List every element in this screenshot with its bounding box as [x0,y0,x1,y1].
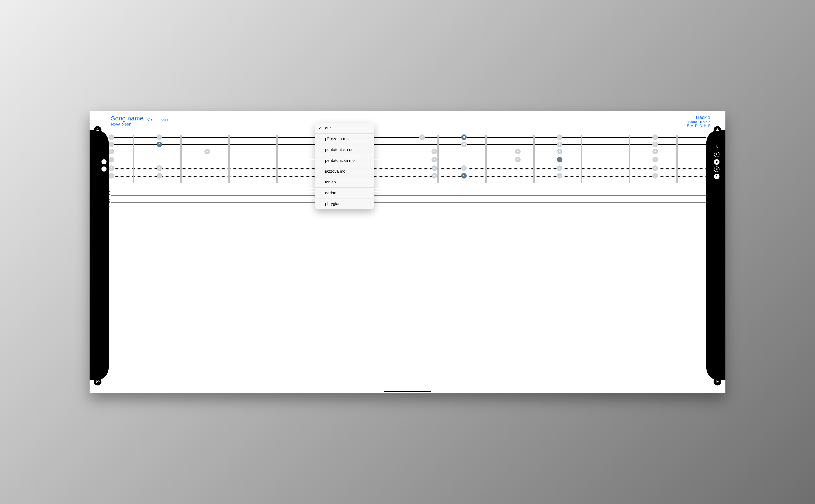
track-name[interactable]: Track 1 [687,115,710,120]
tab-staff[interactable]: E H G D A E [109,188,706,206]
fret-note[interactable]: G [461,142,467,147]
updown-icon: ▴▾ [151,119,152,120]
key-selector[interactable]: C ▴▾ [147,118,152,121]
fret-note[interactable]: F [157,134,162,140]
scale-option-label: přirozená moll [325,137,350,141]
fret-note[interactable]: D [557,134,562,140]
guitar-app: Song name C ▴▾ dur ▴▾ Nová píseň Track 1… [89,111,725,393]
scale-option-label: pentatonická mol [325,158,356,163]
fret-note[interactable]: D [109,157,114,162]
fret-note[interactable]: H [653,142,658,147]
fret-note[interactable]: H [431,173,437,179]
fret-note[interactable]: E [109,134,114,140]
scale-option[interactable]: dorian [315,188,374,198]
fret-note[interactable]: E [653,173,658,179]
fret-note[interactable]: F [157,173,162,179]
fret-note[interactable]: F [461,165,467,171]
song-name-label[interactable]: Song name [111,115,143,122]
fret-note[interactable]: H [515,157,521,162]
scale-option-label: ionian [325,180,336,184]
scale-option[interactable]: ✓dur [315,123,374,134]
scale-option-label: jazzová moll [325,169,347,173]
fret-note[interactable]: A [653,165,658,171]
fret-note[interactable]: A [109,165,114,171]
fretboard[interactable]: E F C H G A D A A E F H C D E G A H D [109,135,706,182]
scale-option-label: dorian [325,191,336,195]
check-icon: ✓ [319,126,322,130]
fret-note[interactable]: H [109,142,114,147]
scale-option[interactable]: ionian [315,177,374,188]
fretboard-area: E F C H G A D A A E F H C D E G A H D [89,129,725,393]
fret-note[interactable]: E [515,149,521,154]
tab-string-label: E [109,205,110,207]
fret-note[interactable]: G [557,165,562,171]
fret-note[interactable]: C [461,173,467,179]
scale-option[interactable]: pentatonická dur [315,144,374,155]
tab-string-label: A [109,201,110,204]
fret-note[interactable]: C [157,142,162,147]
fret-note[interactable]: F [557,149,562,154]
scale-value: dur [161,118,166,121]
fret-note[interactable]: G [109,149,114,154]
fret-note[interactable]: E [109,173,114,179]
track-tuning: E, A, D, G, H, E [687,124,710,128]
fret-note[interactable]: H [419,134,425,140]
fret-note[interactable]: A [557,142,562,147]
updown-icon: ▴▾ [167,119,168,120]
fret-note[interactable]: D [653,157,658,162]
fret-note[interactable]: C [461,134,467,140]
tab-string-label: E [109,187,110,189]
fret-note[interactable]: D [557,173,562,179]
fret-note[interactable]: D [431,149,437,154]
track-instrument: kytara - 6 strun [687,120,710,124]
scale-selector[interactable]: dur ▴▾ [161,118,168,121]
home-indicator [384,391,431,392]
fret-note[interactable]: G [653,149,658,154]
fret-note[interactable]: A [157,165,162,171]
tab-string-label: H [109,190,110,193]
tab-string-label: D [109,198,110,200]
scale-option-label: pentatonická dur [325,147,355,152]
fret-note[interactable]: A [205,149,210,154]
scale-option[interactable]: přirozená moll [315,134,374,144]
header: Song name C ▴▾ dur ▴▾ Nová píseň Track 1… [89,111,725,129]
fret-note[interactable]: C [557,157,562,162]
fret-note[interactable]: E [653,134,658,140]
scale-option-label: dur [325,126,331,130]
scale-option[interactable]: phrygian [315,198,374,209]
key-value: C [147,118,150,121]
song-subtitle: Nová píseň [111,122,168,127]
scale-dropdown: ✓dur přirozená moll pentatonická dur pen… [315,123,374,209]
scale-option[interactable]: pentatonická mol [315,155,374,166]
fret-note[interactable]: A [431,157,437,162]
scale-option-label: phrygian [325,201,341,206]
fret-note[interactable]: E [431,165,437,171]
scale-option[interactable]: jazzová moll [315,166,374,177]
tab-string-label: G [109,194,110,196]
